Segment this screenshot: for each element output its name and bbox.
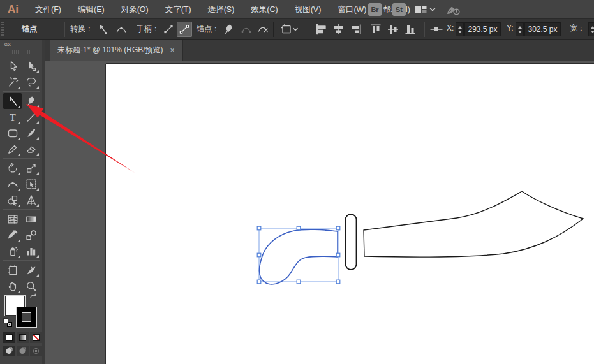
selection-handle[interactable] bbox=[336, 253, 340, 257]
color-mode-button[interactable] bbox=[3, 332, 15, 343]
align-bottom-button[interactable] bbox=[403, 22, 418, 37]
pencil-tool[interactable] bbox=[3, 141, 22, 157]
anchor-point-tool[interactable] bbox=[3, 93, 22, 109]
menu-item-1[interactable]: 编辑(E) bbox=[70, 0, 113, 19]
scale-tool[interactable] bbox=[22, 160, 40, 176]
type-tool[interactable]: T bbox=[3, 109, 22, 125]
paintbrush-tool[interactable] bbox=[22, 125, 40, 141]
free-transform-tool[interactable] bbox=[22, 176, 40, 192]
chevron-down-icon bbox=[429, 3, 436, 16]
symbol-sprayer-tool[interactable] bbox=[3, 243, 22, 259]
cut-path-button[interactable] bbox=[255, 22, 271, 37]
line-segment-tool[interactable] bbox=[22, 109, 40, 125]
document-tab-bar: 未标题-1* @ 101% (RGB/预览) × bbox=[45, 40, 594, 61]
direct-selection-tool[interactable] bbox=[22, 58, 40, 74]
connect-path-button[interactable] bbox=[239, 22, 254, 37]
show-handles-button[interactable] bbox=[161, 22, 176, 37]
align-horizontal-center-button[interactable] bbox=[331, 22, 346, 37]
swap-fill-stroke-icon[interactable] bbox=[29, 292, 38, 303]
default-fill-stroke-icon[interactable] bbox=[3, 318, 12, 327]
selection-handle[interactable] bbox=[297, 226, 301, 230]
draw-inside-button[interactable] bbox=[30, 346, 42, 356]
draw-behind-button[interactable] bbox=[17, 346, 29, 356]
mesh-tool[interactable] bbox=[3, 211, 22, 227]
rotate-tool[interactable] bbox=[3, 160, 22, 176]
divider bbox=[273, 22, 274, 37]
svg-text:T: T bbox=[10, 112, 16, 122]
stroke-color-swatch[interactable] bbox=[16, 307, 37, 328]
anchor-panel-label: 锚点 bbox=[22, 19, 37, 39]
perspective-grid-tool[interactable] bbox=[22, 192, 40, 208]
menu-item-0[interactable]: 文件(F) bbox=[27, 0, 70, 19]
draw-normal-button[interactable] bbox=[3, 346, 15, 356]
convert-to-corner-button[interactable] bbox=[95, 22, 110, 37]
bridge-button[interactable]: Br bbox=[368, 0, 382, 19]
panel-edge[interactable] bbox=[42, 40, 45, 364]
fill-stroke-widget bbox=[0, 290, 42, 360]
menu-item-3[interactable]: 文字(T) bbox=[157, 0, 200, 19]
point-position-icon bbox=[429, 22, 444, 37]
x-stepper[interactable] bbox=[456, 22, 464, 36]
align-to-selection-dropdown[interactable] bbox=[279, 22, 300, 37]
x-label[interactable]: X: bbox=[447, 19, 454, 38]
align-vertical-center-button[interactable] bbox=[385, 22, 401, 37]
collapse-panel-icon[interactable]: «« bbox=[4, 40, 10, 48]
menu-item-6[interactable]: 视图(V) bbox=[286, 0, 330, 19]
stock-button[interactable]: St bbox=[392, 0, 406, 19]
tools-panel: «« T bbox=[0, 40, 42, 364]
slice-tool[interactable] bbox=[22, 262, 40, 278]
gradient-mode-button[interactable] bbox=[17, 332, 29, 343]
pen-tool[interactable] bbox=[22, 93, 40, 109]
gradient-tool[interactable] bbox=[22, 211, 40, 227]
selection-handle[interactable] bbox=[336, 226, 340, 230]
menu-item-4[interactable]: 选择(S) bbox=[200, 0, 243, 19]
none-mode-button[interactable] bbox=[30, 332, 42, 343]
selection-handle[interactable] bbox=[257, 226, 261, 230]
illustrator-logo: Ai bbox=[0, 3, 27, 16]
align-right-button[interactable] bbox=[348, 22, 364, 37]
menu-bar: Ai 文件(F)编辑(E)对象(O)文字(T)选择(S)效果(C)视图(V)窗口… bbox=[0, 0, 594, 19]
menu-item-5[interactable]: 效果(C) bbox=[242, 0, 286, 19]
hide-handles-button[interactable] bbox=[177, 22, 192, 37]
shape-builder-tool[interactable] bbox=[3, 192, 22, 208]
convert-label: 转换： bbox=[70, 19, 93, 39]
workspace-icon bbox=[413, 3, 429, 16]
magic-wand-tool[interactable] bbox=[3, 74, 22, 90]
y-label[interactable]: Y: bbox=[507, 19, 514, 38]
main-menu: 文件(F)编辑(E)对象(O)文字(T)选择(S)效果(C)视图(V)窗口(W)… bbox=[27, 0, 419, 19]
document-title: 未标题-1* @ 101% (RGB/预览) bbox=[57, 45, 163, 55]
anchor-label: 锚点： bbox=[197, 19, 219, 39]
lasso-tool[interactable] bbox=[22, 74, 40, 90]
rectangle-tool[interactable] bbox=[3, 125, 22, 141]
draw-mode-buttons bbox=[3, 346, 42, 356]
selection-handle[interactable] bbox=[257, 253, 261, 257]
workspace-switcher[interactable] bbox=[413, 0, 436, 19]
gpu-performance-button[interactable] bbox=[444, 0, 462, 19]
selection-handle[interactable] bbox=[297, 280, 301, 284]
menu-item-2[interactable]: 对象(O) bbox=[113, 0, 157, 19]
panel-grip[interactable] bbox=[12, 50, 30, 54]
artboard-tool[interactable] bbox=[3, 262, 22, 278]
selection-handle[interactable] bbox=[336, 280, 340, 284]
column-graph-tool[interactable] bbox=[22, 243, 40, 259]
align-left-button[interactable] bbox=[314, 22, 329, 37]
align-top-button[interactable] bbox=[368, 22, 383, 37]
y-stepper[interactable] bbox=[516, 22, 524, 36]
eyedropper-tool[interactable] bbox=[3, 227, 22, 243]
eraser-tool[interactable] bbox=[22, 141, 40, 157]
selection-handle[interactable] bbox=[257, 280, 261, 284]
control-bar: 锚点 转换： 手柄： 锚点： X: bbox=[0, 19, 594, 40]
remove-anchor-button[interactable] bbox=[221, 22, 237, 37]
y-value-input[interactable] bbox=[524, 22, 561, 36]
width-tool[interactable] bbox=[3, 176, 22, 192]
control-bar-grip[interactable] bbox=[1, 22, 4, 37]
close-tab-icon[interactable]: × bbox=[170, 46, 175, 55]
x-value-input[interactable] bbox=[464, 22, 501, 36]
blend-tool[interactable] bbox=[22, 227, 40, 243]
convert-to-smooth-button[interactable] bbox=[114, 22, 129, 37]
document-tab[interactable]: 未标题-1* @ 101% (RGB/预览) × bbox=[50, 40, 183, 61]
knife-guard-shape[interactable] bbox=[346, 214, 357, 270]
width-label[interactable]: 宽： bbox=[570, 19, 585, 38]
selection-tool[interactable] bbox=[3, 58, 22, 74]
width-stepper[interactable] bbox=[588, 22, 594, 36]
